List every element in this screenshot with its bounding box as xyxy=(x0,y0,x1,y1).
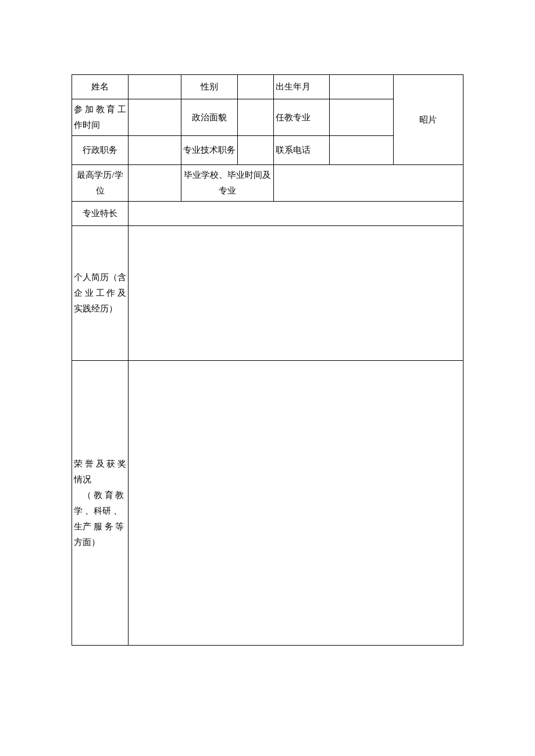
specialty-label: 专业特长 xyxy=(72,202,129,226)
name-value xyxy=(129,75,181,99)
phone-value xyxy=(330,136,394,165)
name-label: 姓名 xyxy=(72,75,129,99)
honors-value xyxy=(129,361,463,646)
photo-cell: 昭片 xyxy=(393,75,463,165)
birth-value xyxy=(330,75,394,99)
edu-work-label: 参 加 教 育 工作时间 xyxy=(72,99,129,136)
honors-label-line2: （ 教 育 教学 、科研 、生产 服 务 等 方面） xyxy=(74,490,124,547)
form-table: 姓名 性别 出生年月 昭片 参 加 教 育 工作时间 政治面貌 任教专业 行政职… xyxy=(72,74,463,646)
birth-label: 出生年月 xyxy=(274,75,330,99)
honors-label: 荣 誉 及 获 奖情况 （ 教 育 教学 、科研 、生产 服 务 等 方面） xyxy=(72,361,129,646)
specialty-value xyxy=(129,202,463,226)
major-label: 任教专业 xyxy=(274,99,330,136)
admin-value xyxy=(129,136,181,165)
prof-title-value xyxy=(237,136,274,165)
resume-label: 个人简历（含企 业 工 作 及实践经历） xyxy=(72,226,129,361)
honors-label-line1: 荣 誉 及 获 奖情况 xyxy=(74,459,126,484)
resume-value xyxy=(129,226,463,361)
grad-label: 毕业学校、毕业时间及专业 xyxy=(181,165,274,202)
major-value xyxy=(330,99,394,136)
gender-value xyxy=(237,75,274,99)
political-label: 政治面貌 xyxy=(181,99,237,136)
edu-work-value xyxy=(129,99,181,136)
phone-label: 联系电话 xyxy=(274,136,330,165)
degree-value xyxy=(129,165,181,202)
degree-label: 最高学历/学位 xyxy=(72,165,129,202)
prof-title-label: 专业技术职务 xyxy=(181,136,237,165)
political-value xyxy=(237,99,274,136)
grad-value xyxy=(274,165,463,202)
gender-label: 性别 xyxy=(181,75,237,99)
admin-label: 行政职务 xyxy=(72,136,129,165)
